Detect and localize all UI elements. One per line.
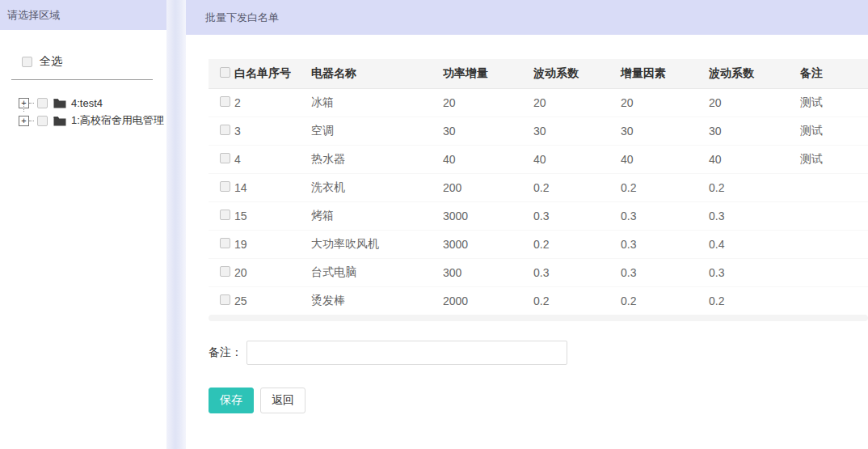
table-cell: 20 xyxy=(533,88,621,116)
expand-icon[interactable]: + xyxy=(19,116,29,126)
tree-node-checkbox[interactable] xyxy=(37,98,48,108)
row-checkbox-cell xyxy=(209,116,234,145)
table-cell: 测试 xyxy=(800,88,868,116)
remark-input[interactable] xyxy=(246,341,567,365)
column-header: 波动系数 xyxy=(709,59,800,88)
table-cell: 30 xyxy=(621,116,709,145)
table-cell: 0.3 xyxy=(709,201,800,230)
table-cell: 大功率吹风机 xyxy=(311,230,443,258)
table-cell: 0.3 xyxy=(621,201,709,230)
row-checkbox[interactable] xyxy=(220,266,230,277)
table-cell: 0.3 xyxy=(709,258,800,286)
select-all-checkbox[interactable] xyxy=(22,57,32,67)
table-cell: 0.3 xyxy=(621,230,709,258)
row-checkbox-cell xyxy=(209,145,234,173)
sidebar-divider xyxy=(11,79,153,80)
table-cell: 测试 xyxy=(800,116,868,145)
select-all-row[interactable]: 全选 xyxy=(22,54,166,69)
remark-form-row: 备注： xyxy=(209,341,868,365)
table-cell: 30 xyxy=(709,116,800,145)
folder-icon xyxy=(53,116,66,126)
table-cell: 0.2 xyxy=(709,286,800,315)
table-cell: 烤箱 xyxy=(311,201,443,230)
row-checkbox[interactable] xyxy=(220,294,230,305)
tree-node[interactable]: +4:test4 xyxy=(19,94,166,112)
table-cell: 3000 xyxy=(443,201,533,230)
table-cell: 4 xyxy=(234,145,311,173)
table-cell: 20 xyxy=(621,88,709,116)
column-header: 增量因素 xyxy=(621,59,709,88)
tree-node-checkbox[interactable] xyxy=(37,116,48,126)
tree-node-label[interactable]: 4:test4 xyxy=(71,97,103,109)
row-checkbox[interactable] xyxy=(220,153,230,163)
table-cell: 0.3 xyxy=(533,258,621,286)
table-row: 15烤箱30000.30.30.3 xyxy=(209,201,868,230)
header-checkbox-cell xyxy=(209,59,234,88)
back-button[interactable]: 返回 xyxy=(260,388,305,413)
table-row: 3空调30303030测试 xyxy=(209,116,868,145)
tree-node[interactable]: +1:高校宿舍用电管理 xyxy=(19,112,166,129)
table-cell: 0.2 xyxy=(621,286,709,315)
table-cell: 40 xyxy=(443,145,533,173)
table-cell: 19 xyxy=(234,230,311,258)
folder-icon xyxy=(53,98,66,108)
table-cell: 0.4 xyxy=(709,230,800,258)
tree-connector xyxy=(29,103,34,104)
table-cell: 30 xyxy=(533,116,621,145)
table-cell: 14 xyxy=(234,173,311,201)
panel-gap xyxy=(166,0,186,449)
column-header: 功率增量 xyxy=(443,59,533,88)
table-body: 2冰箱20202020测试3空调30303030测试4热水器40404040测试… xyxy=(209,88,868,315)
button-row: 保存 返回 xyxy=(209,388,868,413)
table-cell xyxy=(800,173,868,201)
row-checkbox-cell xyxy=(209,88,234,116)
row-checkbox[interactable] xyxy=(220,96,230,107)
whitelist-panel: 批量下发白名单 白名单序号电器名称功率增量波动系数增量因素波动系数备注 2冰箱2… xyxy=(186,0,868,449)
sidebar-body: 全选 +4:test4+1:高校宿舍用电管理 xyxy=(0,54,166,129)
table-cell: 3000 xyxy=(443,230,533,258)
table-cell: 冰箱 xyxy=(311,88,443,116)
column-header: 波动系数 xyxy=(533,59,621,88)
column-header: 电器名称 xyxy=(311,59,443,88)
table-cell: 2 xyxy=(234,88,311,116)
table-cell: 0.2 xyxy=(533,230,621,258)
table-cell: 0.2 xyxy=(533,173,621,201)
row-checkbox[interactable] xyxy=(220,238,230,248)
table-cell: 空调 xyxy=(311,116,443,145)
table-cell: 0.3 xyxy=(533,201,621,230)
table-cell: 40 xyxy=(533,145,621,173)
save-button[interactable]: 保存 xyxy=(209,388,254,413)
row-checkbox-cell xyxy=(209,201,234,230)
row-checkbox[interactable] xyxy=(220,125,230,135)
table-cell: 300 xyxy=(443,258,533,286)
region-sidebar-panel: 请选择区域 全选 +4:test4+1:高校宿舍用电管理 xyxy=(0,0,166,449)
table-row: 19大功率吹风机30000.20.30.4 xyxy=(209,230,868,258)
table-cell: 25 xyxy=(234,286,311,315)
table-cell xyxy=(800,201,868,230)
table-cell: 测试 xyxy=(800,145,868,173)
table-cell: 15 xyxy=(234,201,311,230)
table-cell: 3 xyxy=(234,116,311,145)
column-header: 白名单序号 xyxy=(234,59,311,88)
table-cell: 热水器 xyxy=(311,145,443,173)
row-checkbox[interactable] xyxy=(220,210,230,220)
select-all-rows-checkbox[interactable] xyxy=(220,67,230,78)
horizontal-scrollbar[interactable] xyxy=(209,315,868,321)
table-cell: 0.3 xyxy=(621,258,709,286)
table-cell: 0.2 xyxy=(533,286,621,315)
table-row: 20台式电脑3000.30.30.3 xyxy=(209,258,868,286)
table-cell: 洗衣机 xyxy=(311,173,443,201)
table-header-row: 白名单序号电器名称功率增量波动系数增量因素波动系数备注 xyxy=(209,59,868,88)
table-cell: 30 xyxy=(443,116,533,145)
table-cell: 20 xyxy=(709,88,800,116)
select-all-label: 全选 xyxy=(40,54,62,69)
row-checkbox[interactable] xyxy=(220,181,230,192)
table-cell: 台式电脑 xyxy=(311,258,443,286)
table-row: 14洗衣机2000.20.20.2 xyxy=(209,173,868,201)
table-cell: 2000 xyxy=(443,286,533,315)
tree-node-label[interactable]: 1:高校宿舍用电管理 xyxy=(71,113,164,128)
table-cell: 0.2 xyxy=(621,173,709,201)
table-cell xyxy=(800,230,868,258)
sidebar-title: 请选择区域 xyxy=(0,0,166,30)
table-row: 2冰箱20202020测试 xyxy=(209,88,868,116)
